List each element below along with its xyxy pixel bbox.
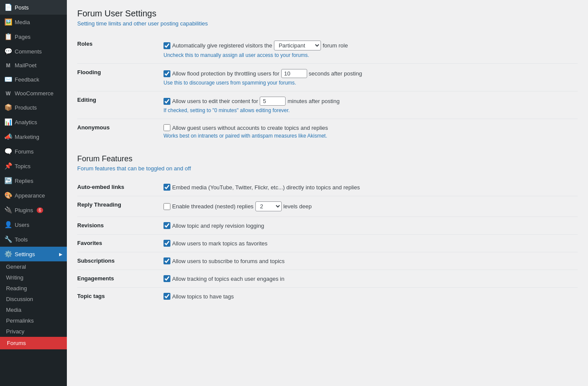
revisions-field: Allow topic and reply revision logging: [164, 222, 578, 229]
sidebar-item-forums[interactable]: 🗨️ Forums: [0, 144, 67, 159]
media-icon: 🖼️: [4, 18, 12, 26]
reply-threading-row: Reply Threading Enable threaded (nested)…: [77, 196, 578, 217]
sidebar-item-appearance[interactable]: 🎨 Appearance: [0, 188, 67, 203]
tools-icon: 🔧: [4, 235, 12, 243]
sidebar-item-posts[interactable]: 📄 Posts: [0, 0, 67, 15]
sidebar-item-settings[interactable]: ⚙️ Settings ▶: [0, 247, 67, 261]
roles-field: Automatically give registered visitors t…: [164, 41, 578, 50]
reply-threading-field: Enable threaded (nested) replies 2345678…: [164, 201, 578, 211]
submenu-item-general[interactable]: General: [0, 261, 67, 272]
submenu-item-discussion[interactable]: Discussion: [0, 294, 67, 304]
sidebar-item-mailpoet[interactable]: M MailPoet: [0, 59, 67, 72]
settings-arrow-icon: ▶: [59, 252, 63, 257]
editing-note: If checked, setting to "0 minutes" allow…: [164, 107, 578, 113]
sidebar-item-media[interactable]: 🖼️ Media: [0, 15, 67, 29]
favorites-row: Favorites Allow users to mark topics as …: [77, 235, 578, 252]
roles-checkbox[interactable]: [164, 42, 170, 49]
roles-select[interactable]: Participant Moderator Keymaster Blocked …: [274, 41, 321, 50]
woocommerce-icon: W: [4, 91, 12, 97]
main-content: Forum User Settings Setting time limits …: [67, 0, 588, 386]
comments-icon: 💬: [4, 47, 12, 55]
users-icon: 👤: [4, 221, 12, 229]
subscriptions-checkbox[interactable]: [164, 257, 170, 264]
flooding-label: Flooding: [77, 64, 164, 91]
sidebar: 📄 Posts 🖼️ Media 📋 Pages 💬 Comments M Ma…: [0, 0, 67, 386]
submenu-item-privacy[interactable]: Privacy: [0, 326, 67, 337]
reply-threading-label: Reply Threading: [77, 196, 164, 217]
submenu-item-media[interactable]: Media: [0, 304, 67, 315]
sidebar-item-comments[interactable]: 💬 Comments: [0, 44, 67, 59]
flooding-row: Flooding Allow flood protection by throt…: [77, 64, 578, 91]
feedback-icon: ✉️: [4, 75, 12, 83]
favorites-label: Favorites: [77, 235, 164, 252]
anonymous-note: Works best on intranets or paired with a…: [164, 133, 578, 139]
engagements-checkbox[interactable]: [164, 275, 170, 282]
topics-icon: 📌: [4, 162, 12, 170]
page-subtitle: Setting time limits and other user posti…: [77, 20, 578, 27]
submenu-item-reading[interactable]: Reading: [0, 283, 67, 294]
settings-table: Roles Automatically give registered visi…: [77, 35, 578, 144]
sidebar-item-pages[interactable]: 📋 Pages: [0, 29, 67, 44]
mailpoet-icon: M: [4, 63, 12, 69]
reply-threading-select[interactable]: 2345678910: [255, 201, 282, 211]
features-table: Auto-embed links Embed media (YouTube, T…: [77, 179, 578, 305]
topic-tags-field: Allow topics to have tags: [164, 293, 578, 300]
revisions-row: Revisions Allow topic and reply revision…: [77, 217, 578, 235]
auto-embed-field: Embed media (YouTube, Twitter, Flickr, e…: [164, 184, 578, 191]
subscriptions-field: Allow users to subscribe to forums and t…: [164, 257, 578, 264]
settings-icon: ⚙️: [4, 250, 12, 258]
auto-embed-row: Auto-embed links Embed media (YouTube, T…: [77, 179, 578, 196]
sidebar-item-plugins[interactable]: 🔌 Plugins 6: [0, 203, 67, 217]
anonymous-field: Allow guest users without accounts to cr…: [164, 124, 578, 131]
subscriptions-label: Subscriptions: [77, 252, 164, 270]
engagements-row: Engagements Allow tracking of topics eac…: [77, 270, 578, 288]
editing-row: Editing Allow users to edit their conten…: [77, 91, 578, 119]
topic-tags-checkbox[interactable]: [164, 293, 170, 300]
sidebar-item-topics[interactable]: 📌 Topics: [0, 159, 67, 173]
flooding-note: Use this to discourage users from spammi…: [164, 80, 578, 86]
products-icon: 📦: [4, 104, 12, 111]
revisions-checkbox[interactable]: [164, 222, 170, 229]
submenu-item-writing[interactable]: Writing: [0, 272, 67, 283]
anonymous-checkbox[interactable]: [164, 124, 170, 131]
favorites-checkbox[interactable]: [164, 240, 170, 247]
anonymous-row: Anonymous Allow guest users without acco…: [77, 119, 578, 144]
analytics-icon: 📊: [4, 118, 12, 126]
topic-tags-row: Topic tags Allow topics to have tags: [77, 288, 578, 305]
editing-field: Allow users to edit their content for mi…: [164, 97, 578, 106]
anonymous-label: Anonymous: [77, 119, 164, 144]
marketing-icon: 📣: [4, 133, 12, 141]
roles-note: Uncheck this to manually assign all user…: [164, 52, 578, 58]
roles-label: Roles: [77, 35, 164, 64]
revisions-label: Revisions: [77, 217, 164, 235]
plugins-icon: 🔌: [4, 206, 12, 214]
editing-input[interactable]: [260, 97, 286, 106]
submenu-item-forums[interactable]: Forums: [0, 337, 67, 349]
sidebar-item-users[interactable]: 👤 Users: [0, 217, 67, 232]
page-title: Forum User Settings: [77, 9, 578, 19]
flooding-field: Allow flood protection by throttling use…: [164, 69, 578, 78]
pages-icon: 📋: [4, 33, 12, 41]
sidebar-item-analytics[interactable]: 📊 Analytics: [0, 115, 67, 129]
submenu-item-permalinks[interactable]: Permalinks: [0, 315, 67, 326]
auto-embed-checkbox[interactable]: [164, 184, 170, 191]
posts-icon: 📄: [4, 3, 12, 11]
favorites-field: Allow users to mark topics as favorites: [164, 240, 578, 247]
sidebar-item-replies[interactable]: ↩️ Replies: [0, 173, 67, 188]
sidebar-item-tools[interactable]: 🔧 Tools: [0, 232, 67, 247]
roles-row: Roles Automatically give registered visi…: [77, 35, 578, 64]
sidebar-item-products[interactable]: 📦 Products: [0, 100, 67, 115]
auto-embed-label: Auto-embed links: [77, 179, 164, 196]
flooding-checkbox[interactable]: [164, 70, 170, 77]
editing-checkbox[interactable]: [164, 98, 170, 105]
engagements-label: Engagements: [77, 270, 164, 288]
appearance-icon: 🎨: [4, 191, 12, 199]
sidebar-item-feedback[interactable]: ✉️ Feedback: [0, 72, 67, 87]
sidebar-item-woocommerce[interactable]: W WooCommerce: [0, 87, 67, 100]
reply-threading-checkbox[interactable]: [164, 203, 170, 210]
topic-tags-label: Topic tags: [77, 288, 164, 305]
flooding-input[interactable]: [281, 69, 307, 78]
editing-label: Editing: [77, 91, 164, 119]
features-subtitle: Forum features that can be toggled on an…: [77, 165, 578, 172]
sidebar-item-marketing[interactable]: 📣 Marketing: [0, 129, 67, 144]
